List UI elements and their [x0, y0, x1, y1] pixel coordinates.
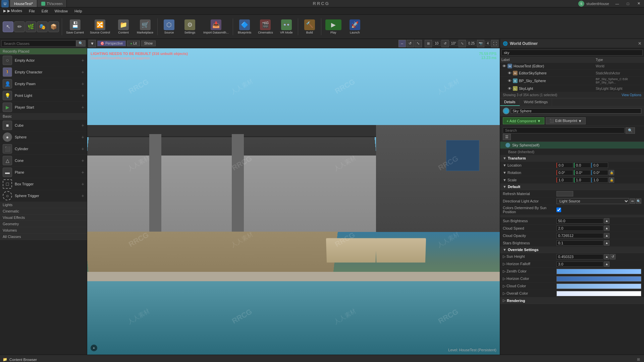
search-classes-input[interactable] [1, 40, 76, 47]
horizon-color-swatch[interactable] [556, 276, 641, 282]
toolbar-build[interactable]: 🔨 Build [300, 15, 320, 38]
grid-snap-button[interactable]: ⊞ [425, 40, 432, 47]
location-dropdown-icon[interactable]: ▼ [503, 163, 507, 167]
add-sphere-trigger-icon[interactable]: + [82, 193, 84, 198]
outliner-item-bp-sky-sphere[interactable]: 👁 B BP_Sky_Sphere BP_Sky_Sphere_C Edit B… [500, 77, 644, 85]
camera-speed-button[interactable]: 📷 [477, 40, 484, 47]
edit-blueprint-button[interactable]: ⬛ Edit Blueprint ▼ [546, 117, 585, 124]
scale-z-input[interactable] [591, 177, 608, 183]
directional-light-edit-button[interactable]: ✏ [630, 198, 635, 204]
outliner-item-skylight[interactable]: 👁 L SkyLight SkyLight SkyLight [500, 85, 644, 92]
category-visual-effects[interactable]: Visual Effects [0, 215, 87, 221]
menu-item-window[interactable]: Window [51, 7, 71, 14]
add-plane-icon[interactable]: + [82, 170, 84, 175]
world-outliner-search-input[interactable] [501, 50, 643, 56]
toolbar-cinematics[interactable]: 🎬 Cinematics [255, 15, 276, 38]
scale-x-input[interactable] [556, 177, 573, 183]
scale-value-display[interactable]: 0.25 [467, 41, 476, 46]
sky-sphere-name-input[interactable] [511, 108, 641, 114]
vis-icon-editor-sky[interactable]: 👁 [507, 70, 512, 76]
scale-y-input[interactable] [574, 177, 591, 183]
location-z-input[interactable] [591, 163, 608, 168]
outliner-item-editor-sky-sphere[interactable]: 👁 M EditorSkySphere StaticMeshActor [500, 70, 644, 77]
view-options-button[interactable]: View Options [622, 93, 641, 97]
comp-item-sky-sphere[interactable]: Sky Sphere(self) [500, 142, 644, 149]
scale-lock-button[interactable]: 🔒 [609, 177, 614, 183]
category-all-classes[interactable]: All Classes [0, 234, 87, 240]
show-button[interactable]: Show [141, 41, 156, 46]
toolbar-source[interactable]: ⬡ Source [159, 15, 179, 38]
close-button[interactable]: ✕ [633, 0, 644, 7]
refresh-material-swatch[interactable] [556, 191, 573, 196]
sky-settings-header[interactable] [500, 215, 644, 217]
default-section-header[interactable]: ▼ Default [500, 184, 644, 190]
add-point-light-icon[interactable]: + [82, 93, 84, 98]
category-lights[interactable]: Lights [0, 202, 87, 208]
panel-item-point-light[interactable]: 💡 Point Light + [0, 90, 87, 102]
camera-speed-value[interactable]: 4 [485, 41, 490, 46]
horizon-falloff-spin-up[interactable]: ▲ [604, 261, 609, 267]
location-x-input[interactable] [556, 163, 573, 168]
colors-by-sun-checkbox[interactable] [556, 207, 561, 212]
maximize-viewport-button[interactable]: ⛶ [491, 40, 498, 47]
rotation-x-input[interactable] [556, 170, 573, 175]
search-classes-button[interactable]: 🔍 [76, 40, 86, 47]
cloud-speed-input[interactable] [556, 226, 603, 231]
sun-height-spin-up[interactable]: ▲ [604, 254, 609, 259]
category-basic[interactable]: Basic [0, 113, 87, 120]
overall-color-swatch[interactable] [556, 291, 641, 296]
menu-item-file[interactable]: File [25, 7, 38, 14]
toolbar-settings[interactable]: ⚙ Settings [180, 15, 200, 38]
category-volumes[interactable]: Volumes [0, 227, 87, 234]
scale-button[interactable]: ⤡ [415, 40, 422, 47]
sun-height-input[interactable] [556, 254, 603, 259]
toolbar-marketplace[interactable]: 🛒 Marketplace [134, 15, 156, 38]
sun-height-spin-reset[interactable]: ↺ [610, 254, 615, 259]
panel-item-cube[interactable]: ■ Cube + [0, 120, 87, 131]
panel-item-plane[interactable]: ▬ Plane + [0, 167, 87, 178]
vis-icon-bp-sky[interactable]: 👁 [507, 78, 512, 83]
toolbar-save[interactable]: 💾 Save Current [63, 15, 87, 38]
transform-section-header[interactable]: ▼ Transform [500, 155, 644, 162]
cloud-opacity-input[interactable] [556, 233, 603, 238]
directional-light-browse-button[interactable]: 🔍 [636, 198, 641, 204]
cloud-speed-spin-up[interactable]: ▲ [604, 226, 609, 231]
details-tab[interactable]: Details [500, 99, 520, 106]
scale-snap-button[interactable]: ⤡ [459, 40, 466, 47]
sun-brightness-spin-up[interactable]: ▲ [604, 218, 609, 224]
3d-viewport[interactable]: RRCG 人人素材 RRCG 人人素材 人人素材 RRCG 人人素材 RRCG … [87, 48, 500, 355]
comp-item-base[interactable]: Base (Inherited) [500, 149, 644, 155]
add-box-trigger-icon[interactable]: + [82, 181, 84, 187]
add-empty-character-icon[interactable]: + [82, 69, 84, 75]
minimize-button[interactable]: — [612, 0, 623, 7]
scale-dropdown-icon[interactable]: ▼ [503, 178, 507, 182]
toolbar-launch[interactable]: 🚀 Launch [345, 15, 365, 38]
outliner-close-button[interactable]: ✕ [638, 41, 641, 46]
rotation-dropdown-icon[interactable]: ▼ [503, 171, 507, 175]
rotation-z-input[interactable] [591, 170, 608, 175]
tab-houstest[interactable]: HouseTest* [10, 0, 37, 7]
rendering-section-header[interactable]: ▷ Rendering [500, 297, 644, 304]
add-cylinder-icon[interactable]: + [82, 146, 84, 152]
add-component-button[interactable]: + Add Component ▼ [503, 117, 544, 124]
vis-icon-skylight[interactable]: 👁 [507, 86, 512, 91]
comp-search-button[interactable]: 🔍 [626, 127, 635, 134]
vis-icon-world[interactable]: 👁 [501, 63, 507, 69]
comp-list-view-button[interactable]: ☰ [503, 134, 511, 140]
category-cinematic[interactable]: Cinematic [0, 208, 87, 215]
toolbar-content[interactable]: 📁 Content [113, 15, 133, 38]
outliner-item-world[interactable]: 👁 W HouseTest (Editor) World [500, 63, 644, 70]
toolbar-import-datasmith[interactable]: 📥 Import Datasmith... [201, 15, 231, 38]
cloud-color-swatch[interactable] [556, 284, 641, 289]
stars-brightness-spin-up[interactable]: ▲ [604, 240, 609, 246]
category-recently-placed[interactable]: Recently Placed [0, 48, 87, 55]
panel-item-player-start[interactable]: ▶ Player Start + [0, 102, 87, 113]
toolbar-select[interactable]: ↖ ✏ 🌿 🎭 📦 [1, 21, 60, 32]
toolbar-vr-mode[interactable]: 👓 VR Mode [276, 15, 297, 38]
add-player-start-icon[interactable]: + [82, 105, 84, 110]
add-cone-icon[interactable]: + [82, 158, 84, 163]
menu-item-edit[interactable]: Edit [38, 7, 51, 14]
perspective-button[interactable]: 🎯 Perspective [97, 41, 126, 46]
modes-button[interactable]: ▶ ▶ Modes [0, 9, 25, 13]
rotation-snap-button[interactable]: ↺ [441, 40, 449, 47]
